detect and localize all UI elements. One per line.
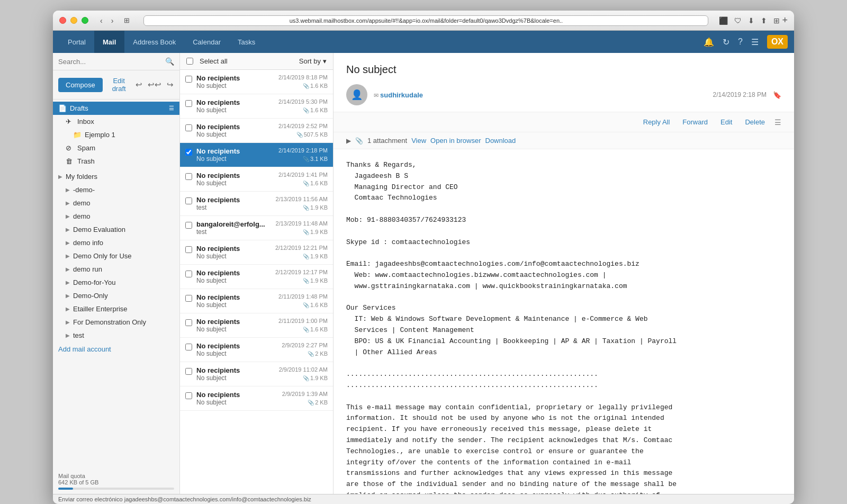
sender-info: ✉ sudhirkudale [374, 91, 707, 99]
attachment-expand-icon[interactable]: ▶ [346, 137, 351, 145]
email-checkbox-7[interactable] [185, 246, 192, 253]
nav-mail[interactable]: Mail [94, 31, 124, 53]
folder-etailler[interactable]: ▶ Etailler Enterprise [53, 302, 179, 316]
refresh-icon[interactable]: ↻ [723, 37, 729, 47]
email-size-10: 📎 1.6 KB [303, 326, 328, 332]
folder-demo-only[interactable]: ▶ Demo-Only [53, 289, 179, 302]
email-list-item-13[interactable]: No recipients No subject 2/9/2019 1:39 A… [180, 386, 333, 411]
folder-demo-only-for-use[interactable]: ▶ Demo Only for Use [53, 249, 179, 263]
forward-icon[interactable]: ↪ [167, 80, 174, 89]
email-checkbox-0[interactable] [185, 76, 192, 83]
trash-icon: 🗑 [66, 157, 74, 165]
folder-demo-info[interactable]: ▶ demo info [53, 236, 179, 249]
delete-button[interactable]: Delete [742, 116, 768, 128]
email-checkbox-2[interactable] [185, 124, 192, 131]
attachment-open-link[interactable]: Open in browser [430, 137, 481, 145]
search-input[interactable] [58, 58, 162, 66]
email-checkbox-3[interactable] [185, 149, 192, 156]
folder-ejemplo[interactable]: 📁 Ejemplo 1 [53, 128, 179, 141]
folder-demo-for-you[interactable]: ▶ Demo-for-You [53, 276, 179, 289]
email-content-2: No recipients No subject [196, 123, 274, 138]
email-subject-12: No subject [196, 374, 275, 382]
maximize-button[interactable] [82, 17, 88, 24]
detail-bookmark-icon[interactable]: 🔖 [773, 91, 781, 99]
add-mail-account[interactable]: Add mail account [53, 342, 179, 356]
main-area: 🔍 Compose Edit draft ↩ ↩↩ ↪ 🗑 ⚑ 📦 ☰ [53, 53, 794, 494]
back-button[interactable]: ‹ [97, 15, 106, 26]
folder-demo2[interactable]: ▶ demo [53, 210, 179, 223]
forward-button[interactable]: Forward [679, 116, 711, 128]
sender-name[interactable]: sudhirkudale [380, 91, 423, 99]
folder-demo1[interactable]: ▶ demo [53, 196, 179, 210]
folder-drafts[interactable]: 📄 Drafts ☰ [53, 102, 179, 115]
email-checkbox-8[interactable] [185, 271, 192, 277]
address-bar[interactable]: us3.webmail.mailhostbox.com/appsuite/#!!… [143, 15, 708, 26]
reply-all-icon[interactable]: ↩↩ [148, 80, 161, 89]
email-list-item-0[interactable]: No recipients No subject 2/14/2019 8:18 … [180, 70, 333, 94]
sort-by-button[interactable]: Sort by ▾ [299, 57, 327, 65]
email-list-item-5[interactable]: No recipients test 2/13/2019 11:56 AM 📎 … [180, 192, 333, 216]
folder-inbox[interactable]: ✈ Inbox [53, 115, 179, 128]
bookmark-icon[interactable]: ⬛ [719, 16, 728, 25]
email-list-item-10[interactable]: No recipients No subject 2/11/2019 1:00 … [180, 313, 333, 338]
folder-my-folders[interactable]: ▶ My folders [53, 170, 179, 183]
help-icon[interactable]: ? [738, 37, 743, 47]
nav-address-book[interactable]: Address Book [124, 31, 184, 53]
email-list-item-7[interactable]: No recipients No subject 2/12/2019 12:21… [180, 240, 333, 265]
tab-layout-button[interactable]: ⊞ [121, 15, 133, 25]
email-checkbox-13[interactable] [185, 392, 192, 399]
email-checkbox-4[interactable] [185, 173, 192, 180]
email-list-item-2[interactable]: No recipients No subject 2/14/2019 2:52 … [180, 119, 333, 143]
reply-all-button[interactable]: Reply All [640, 116, 673, 128]
more-options-icon[interactable]: ☰ [774, 118, 781, 127]
compose-button[interactable]: Compose [58, 78, 103, 92]
email-list-item-9[interactable]: No recipients No subject 2/11/2019 1:48 … [180, 289, 333, 313]
email-content-0: No recipients No subject [196, 74, 274, 89]
grid-icon[interactable]: ⊞ [773, 16, 780, 25]
email-checkbox-10[interactable] [185, 319, 192, 326]
folder-test[interactable]: ▶ test [53, 329, 179, 342]
folder-demo-label[interactable]: ▶ -demo- [53, 183, 179, 196]
edit-button[interactable]: Edit [717, 116, 735, 128]
folder-for-demonstration[interactable]: ▶ For Demonstration Only [53, 316, 179, 329]
bell-icon[interactable]: 🔔 [704, 37, 714, 47]
email-list-item-3[interactable]: No recipients No subject 2/14/2019 2:18 … [180, 143, 333, 167]
share-icon[interactable]: ⬆ [761, 16, 767, 25]
shield-icon[interactable]: 🛡 [734, 16, 742, 25]
email-checkbox-6[interactable] [185, 222, 192, 229]
email-list-item-6[interactable]: bangaloreit@erfolg... test 2/13/2019 11:… [180, 216, 333, 240]
email-content-11: No recipients No subject [196, 342, 277, 357]
attachment-icon-13: 📎 [308, 400, 314, 406]
nav-tasks[interactable]: Tasks [229, 31, 264, 53]
menu-icon[interactable]: ☰ [751, 37, 759, 47]
folder-trash[interactable]: 🗑 Trash [53, 155, 179, 168]
expand-icon-4: ▶ [66, 213, 70, 219]
minimize-button[interactable] [70, 17, 77, 24]
email-list-item-8[interactable]: No recipients No subject 2/12/2019 12:17… [180, 265, 333, 289]
email-checkbox-11[interactable] [185, 344, 192, 350]
forward-button[interactable]: › [108, 15, 117, 26]
download-icon[interactable]: ⬇ [748, 16, 754, 25]
folder-demo-run[interactable]: ▶ demo run [53, 263, 179, 276]
email-checkbox-1[interactable] [185, 100, 192, 107]
reply-icon[interactable]: ↩ [136, 80, 142, 89]
nav-calendar[interactable]: Calendar [184, 31, 229, 53]
folder-spam[interactable]: ⊘ Spam [53, 141, 179, 155]
quota-bar [58, 488, 174, 490]
nav-portal[interactable]: Portal [59, 31, 94, 53]
email-checkbox-9[interactable] [185, 295, 192, 302]
email-checkbox-5[interactable] [185, 197, 192, 204]
close-button[interactable] [59, 17, 66, 24]
attachment-download-link[interactable]: Download [485, 137, 516, 145]
email-list-item-11[interactable]: No recipients No subject 2/9/2019 2:27 P… [180, 338, 333, 362]
attachment-view-link[interactable]: View [411, 137, 426, 145]
email-list-item-1[interactable]: No recipients No subject 2/14/2019 5:30 … [180, 94, 333, 119]
email-sender-4: No recipients [196, 172, 274, 179]
select-all-checkbox[interactable] [186, 58, 193, 65]
email-list-item-4[interactable]: No recipients No subject 2/14/2019 1:41 … [180, 167, 333, 192]
edit-draft-button[interactable]: Edit draft [107, 74, 131, 96]
email-list-item-12[interactable]: No recipients No subject 2/9/2019 11:02 … [180, 362, 333, 386]
add-tab-button[interactable]: + [782, 15, 788, 26]
email-checkbox-12[interactable] [185, 368, 192, 375]
folder-demo-evaluation[interactable]: ▶ Demo Evaluation [53, 223, 179, 236]
